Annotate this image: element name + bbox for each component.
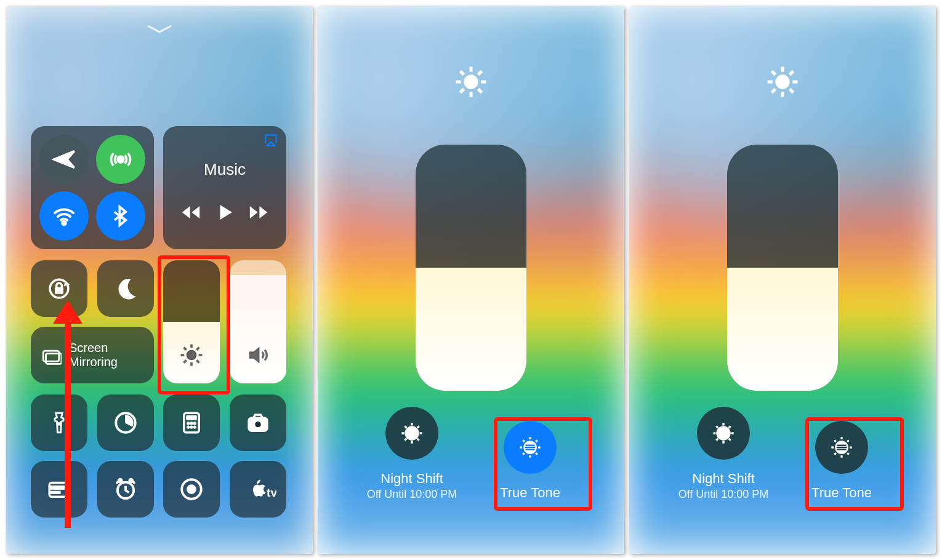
airplay-icon[interactable] [263,132,279,146]
brightness-expanded-panel: Night Shift Off Until 10:00 PM True Tone [318,6,624,554]
timer-icon [113,410,139,436]
annotation-highlight-truetone [494,417,592,511]
annotation-arrow [60,300,75,528]
night-shift-icon [400,421,424,446]
alarm-icon [113,476,139,502]
apple-tv-button[interactable]: tv [230,461,286,518]
screen-mirroring-label: Screen Mirroring [69,341,118,369]
cellular-toggle[interactable] [96,135,145,184]
calculator-button[interactable] [163,394,220,451]
alarm-button[interactable] [97,461,154,518]
airplane-icon [52,147,76,172]
screen-mirroring-icon [41,346,62,364]
volume-slider[interactable] [230,260,286,383]
moon-icon [113,276,139,302]
control-center-panel: Music Screen Mirroring [6,6,313,554]
night-shift-sub: Off Until 10:00 PM [671,488,776,501]
screen-record-button[interactable] [163,461,220,518]
night-shift-icon [711,421,736,446]
svg-text:tv: tv [267,486,276,499]
record-icon [179,476,204,502]
camera-button[interactable] [230,394,286,451]
wallet-button[interactable] [31,461,87,518]
flashlight-button[interactable] [31,394,87,451]
wifi-toggle[interactable] [39,191,89,241]
rewind-button[interactable] [180,201,202,223]
brightness-header-icon [765,65,800,99]
lock-rotation-icon [46,276,72,302]
screen-mirroring-button[interactable]: Screen Mirroring [31,327,154,383]
wifi-icon [52,204,76,228]
bluetooth-toggle[interactable] [96,191,145,241]
camera-icon [245,410,271,436]
volume-icon [246,343,270,367]
bluetooth-icon [108,204,133,228]
forward-button[interactable] [248,201,270,223]
night-shift-button[interactable]: Night Shift Off Until 10:00 PM [671,407,776,501]
do-not-disturb-toggle[interactable] [97,260,154,317]
airplane-mode-toggle[interactable] [39,135,89,184]
night-shift-sub: Off Until 10:00 PM [360,488,464,501]
brightness-expanded-panel: Night Shift Off Until 10:00 PM True Tone [629,6,936,554]
annotation-highlight-brightness [158,255,230,394]
apple-tv-icon: tv [240,476,276,502]
brightness-header-icon [454,65,488,99]
media-controls[interactable]: Music [163,126,286,249]
calculator-icon [179,410,204,436]
play-button[interactable] [214,201,236,223]
night-shift-button[interactable]: Night Shift Off Until 10:00 PM [360,407,464,501]
connectivity-group[interactable] [31,126,154,249]
timer-button[interactable] [97,394,154,451]
annotation-highlight-truetone [805,417,904,511]
night-shift-label: Night Shift [671,471,776,487]
brightness-slider[interactable] [416,145,526,391]
dismiss-chevron-icon[interactable] [145,23,174,37]
media-title: Music [163,160,286,179]
cellular-icon [108,147,133,172]
brightness-slider[interactable] [727,145,838,391]
night-shift-label: Night Shift [360,471,464,487]
